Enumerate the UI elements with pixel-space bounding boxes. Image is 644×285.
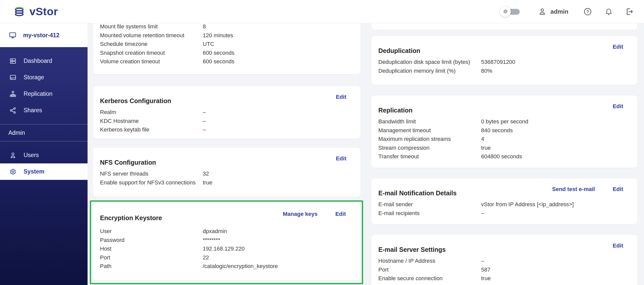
setting-row: Password******** xyxy=(100,236,353,245)
send-test-email-button[interactable]: Send test e-mail xyxy=(552,186,595,193)
general-settings-card: Mount file systems limit8 Mounted volume… xyxy=(93,23,361,74)
setting-row: E-mail recipients– xyxy=(378,209,630,218)
vstor-logo: vStor xyxy=(13,5,58,18)
gear-icon xyxy=(9,168,17,176)
sidebar-item-label: Storage xyxy=(24,74,44,81)
setting-row: Mount file systems limit8 xyxy=(100,23,353,31)
kerberos-configuration-card: Kerberos Configuration Edit Realm– KDC H… xyxy=(93,86,361,139)
setting-row: Userdpxadmin xyxy=(100,227,353,236)
edit-button[interactable]: Edit xyxy=(335,211,346,217)
setting-row: Deduplication disk space limit (bytes)53… xyxy=(378,58,630,67)
setting-row: Port587 xyxy=(378,265,630,274)
logout-icon[interactable] xyxy=(625,7,634,16)
card-title: NFS Configuration xyxy=(100,159,156,166)
replication-tree-icon xyxy=(9,90,17,98)
main-nav: Dashboard Storage xyxy=(0,47,88,119)
edit-button[interactable]: Edit xyxy=(613,186,623,193)
sidebar-item-label: Replication xyxy=(24,90,53,97)
share-icon xyxy=(9,107,17,114)
sidebar-item-dashboard[interactable]: Dashboard xyxy=(0,53,88,69)
sun-icon xyxy=(500,6,511,17)
clipped-card-bottom xyxy=(371,23,637,30)
setting-row: Volume creation timeout600 seconds xyxy=(100,57,353,66)
setting-row: KDC Hostname– xyxy=(100,117,353,126)
user-icon xyxy=(538,7,547,16)
card-title: Encryption Keystore xyxy=(100,214,162,222)
setting-row: Management timeout840 seconds xyxy=(378,126,630,135)
person-icon xyxy=(9,151,17,159)
theme-toggle[interactable] xyxy=(500,6,525,17)
setting-row: NFS server threads32 xyxy=(100,169,353,178)
email-server-settings-card: E-mail Server Settings Edit Hostname / I… xyxy=(371,235,637,285)
setting-row: Kerberos keytab file– xyxy=(100,125,353,134)
sidebar-item-label: Shares xyxy=(24,107,42,114)
card-title: E-mail Notification Details xyxy=(378,189,456,197)
sidebar-item-storage[interactable]: Storage xyxy=(0,69,88,86)
setting-row: Schedule timezoneUTC xyxy=(100,40,353,49)
sidebar-item-label: Users xyxy=(24,152,39,159)
setting-row: Stream compressiontrue xyxy=(378,144,630,153)
user-menu[interactable]: admin xyxy=(538,7,568,16)
edit-button[interactable]: Edit xyxy=(336,155,346,162)
sidebar-item-replication[interactable]: Replication xyxy=(0,86,88,102)
manage-keys-button[interactable]: Manage keys xyxy=(283,211,317,217)
admin-section-label: Admin xyxy=(0,124,88,141)
card-title: E-mail Server Settings xyxy=(378,246,446,253)
username-label: admin xyxy=(550,8,568,15)
setting-row: Enable secure connectiontrue xyxy=(378,274,630,283)
setting-row: Port22 xyxy=(100,253,353,262)
sidebar-item-label: Dashboard xyxy=(24,58,52,64)
device-name: my-vstor-412 xyxy=(23,32,59,39)
vstor-logo-icon xyxy=(13,5,26,18)
setting-row: Path/catalogic/encryption_keystore xyxy=(100,262,353,271)
dashboard-icon xyxy=(9,57,17,65)
header-actions: admin ? xyxy=(500,6,634,17)
edit-button[interactable]: Edit xyxy=(613,44,623,50)
top-header: vStor admin ? xyxy=(0,0,644,23)
admin-nav: Users System xyxy=(0,141,88,180)
card-title: Replication xyxy=(378,107,413,114)
sidebar-item-shares[interactable]: Shares xyxy=(0,102,88,119)
sidebar: my-vstor-412 Dashboard Storage xyxy=(0,23,88,285)
setting-row: Mounted volume retention timeout120 minu… xyxy=(100,31,353,40)
setting-row: Realm– xyxy=(100,108,353,117)
sidebar-item-users[interactable]: Users xyxy=(0,147,88,163)
encryption-keystore-highlight-box: Encryption Keystore Manage keys Edit Use… xyxy=(90,200,363,284)
nfs-configuration-card: NFS Configuration Edit NFS server thread… xyxy=(93,148,361,197)
storage-drive-icon xyxy=(9,74,17,81)
sidebar-item-system[interactable]: System xyxy=(0,163,88,180)
brand-name: vStor xyxy=(29,5,58,18)
edit-button[interactable]: Edit xyxy=(613,242,623,249)
card-title: Kerberos Configuration xyxy=(100,97,171,105)
replication-settings-card: Replication Edit Bandwidth limit0 bytes … xyxy=(371,96,637,168)
edit-button[interactable]: Edit xyxy=(336,94,346,100)
svg-text:?: ? xyxy=(586,9,589,14)
encryption-keystore-card: Encryption Keystore Manage keys Edit Use… xyxy=(93,203,360,280)
sidebar-item-device[interactable]: my-vstor-412 xyxy=(0,23,88,47)
card-title: Deduplication xyxy=(378,47,420,54)
setting-row: SMTP Username xyxy=(378,283,630,285)
setting-row: Maximum replication streams4 xyxy=(378,135,630,144)
notifications-bell-icon[interactable] xyxy=(604,7,613,16)
edit-button[interactable]: Edit xyxy=(613,103,623,110)
setting-row: Bandwidth limit0 bytes per second xyxy=(378,117,630,126)
email-notification-details-card: E-mail Notification Details Send test e-… xyxy=(371,178,637,224)
monitor-icon xyxy=(9,31,17,39)
setting-row: Snapshot creation timeout600 seconds xyxy=(100,49,353,58)
help-icon[interactable]: ? xyxy=(583,7,592,16)
setting-row: Deduplication memory limit (%)80% xyxy=(378,67,630,75)
vstor-system-settings-page: { "brand": {"name": "vStor"}, "header": … xyxy=(0,0,644,285)
setting-row: Transfer timeout604800 seconds xyxy=(378,152,630,161)
sidebar-item-label: System xyxy=(24,168,44,175)
setting-row: Hostname / IP Address– xyxy=(378,257,630,265)
settings-content: Mount file systems limit8 Mounted volume… xyxy=(88,23,644,285)
setting-row: Enable support for NFSv3 connectionstrue xyxy=(100,178,353,187)
setting-row: Host192.168.129.220 xyxy=(100,244,353,253)
deduplication-card: Deduplication Edit Deduplication disk sp… xyxy=(371,36,637,85)
setting-row: E-mail sendervStor from IP Address [<ip_… xyxy=(378,200,630,209)
